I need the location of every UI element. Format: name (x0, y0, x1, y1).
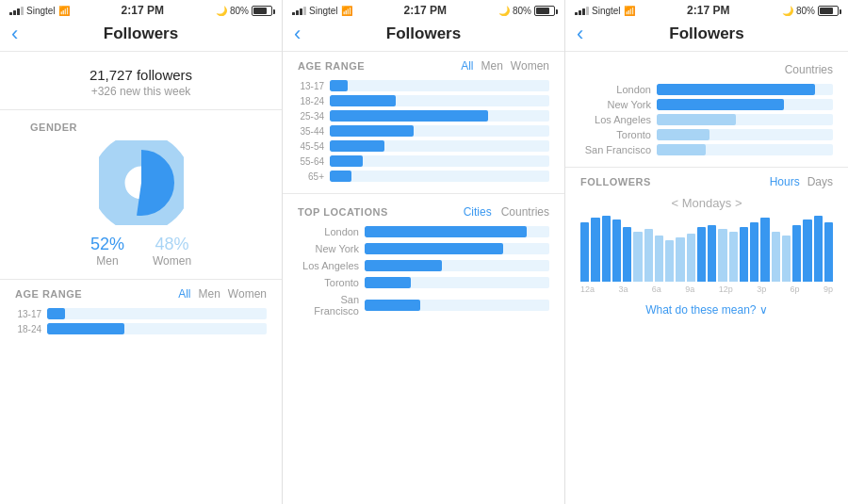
bar-row: 18-24 (15, 323, 267, 334)
age-range-header-2: AGE RANGE All Men Women (298, 59, 549, 73)
bar-fill (330, 95, 396, 106)
back-button-2[interactable]: ‹ (294, 24, 301, 44)
nav-title-2: Followers (386, 24, 461, 43)
followers-hours-header: FOLLOWERS Hours Days (565, 167, 848, 192)
carrier-1: Singtel (26, 6, 56, 16)
age-range-header-1: AGE RANGE All Men Women (15, 287, 267, 301)
battery-pct-2: 80% (513, 6, 531, 16)
histogram-bar (612, 219, 621, 282)
bar-row: 13-17 (15, 308, 267, 319)
status-bar-1: Singtel 📶 2:17 PM 🌙 80% (0, 0, 282, 21)
bar-track (330, 110, 549, 122)
histogram-bar (750, 222, 758, 282)
tab-countries[interactable]: Countries (501, 205, 549, 219)
location-label: London (298, 226, 359, 237)
histogram-bar (792, 225, 801, 282)
city-name-label: New York (580, 99, 651, 110)
filter-men-2[interactable]: Men (481, 59, 503, 73)
filter-men-1[interactable]: Men (199, 287, 220, 301)
bar-label: 25-34 (298, 111, 324, 122)
bar-label: 55-64 (298, 156, 324, 167)
location-bar-fill (365, 300, 420, 311)
histogram-bar (687, 234, 695, 282)
gender-section: GENDER 52% Men 48% (0, 110, 282, 280)
tab-hours[interactable]: Hours (770, 175, 800, 188)
city-bars-3: London New York Los Angeles Toronto San … (580, 84, 833, 155)
status-left-2: Singtel 📶 (292, 6, 352, 16)
time-label: 9a (685, 285, 694, 294)
bar-label: 13-17 (298, 81, 324, 91)
time-label: 6a (652, 285, 661, 294)
bar-row: 13-17 (298, 80, 549, 91)
city-name-label: San Francisco (580, 144, 651, 155)
city-bar-fill (657, 144, 706, 155)
city-bar-row: Los Angeles (580, 114, 833, 125)
histogram-bar (697, 227, 706, 282)
location-bar-fill (365, 243, 503, 254)
followers-summary: 21,727 followers +326 new this week (0, 52, 282, 110)
location-tabs: Cities Countries (464, 205, 549, 219)
bar-label: 13-17 (15, 309, 41, 319)
tab-days[interactable]: Days (807, 175, 833, 188)
age-range-label-1: AGE RANGE (15, 288, 82, 300)
location-row: London (298, 226, 549, 237)
histogram-bar (655, 236, 663, 282)
gender-label: GENDER (15, 110, 267, 140)
bar-track (330, 95, 549, 106)
bar-track (47, 308, 267, 319)
histogram-bar (580, 222, 589, 282)
histogram-bar (644, 229, 653, 282)
location-bar-track (365, 243, 549, 254)
location-label: Toronto (298, 277, 359, 288)
back-button-1[interactable]: ‹ (11, 24, 18, 44)
status-left-1: Singtel 📶 (9, 6, 70, 16)
time-1: 2:17 PM (122, 4, 164, 17)
tab-countries-p3[interactable]: Countries (785, 63, 833, 76)
histogram-bar (760, 218, 769, 282)
tab-cities[interactable]: Cities (464, 205, 492, 219)
moon-icon-3: 🌙 (782, 6, 793, 16)
women-pct: 48% (153, 235, 191, 254)
city-bar-row: London (580, 84, 833, 95)
top-locations-header: TOP LOCATIONS Cities Countries (283, 193, 564, 226)
panel-1-content: 21,727 followers +326 new this week GEND… (0, 52, 282, 504)
pie-chart (99, 140, 184, 225)
battery-icon-2 (534, 6, 555, 16)
filter-all-1[interactable]: All (178, 287, 190, 301)
histogram-bar (708, 225, 716, 282)
filter-all-2[interactable]: All (461, 59, 473, 73)
time-3: 2:17 PM (687, 4, 729, 17)
location-row: San Francisco (298, 294, 549, 317)
svg-point-1 (124, 167, 157, 200)
city-name-label: Toronto (580, 129, 651, 140)
time-tabs: Hours Days (770, 175, 833, 188)
bar-label: 65+ (298, 171, 324, 182)
histogram-bar (803, 219, 811, 282)
carrier-2: Singtel (309, 6, 338, 16)
bar-fill (330, 125, 414, 137)
age-range-section-1: AGE RANGE All Men Women 13-17 18-24 (0, 280, 282, 346)
cities-top-section: Countries London New York Los Angeles To… (565, 52, 848, 167)
histogram-bar (633, 232, 642, 282)
bar-row: 18-24 (298, 95, 549, 106)
gender-men: 52% Men (90, 235, 124, 268)
location-bar-fill (365, 226, 527, 237)
nav-header-3: ‹ Followers (565, 21, 848, 52)
what-mean-link[interactable]: What do these mean? ∨ (565, 300, 848, 324)
city-bar-row: Toronto (580, 129, 833, 140)
filter-women-2[interactable]: Women (511, 59, 549, 73)
histogram (565, 216, 848, 282)
bar-track (330, 140, 549, 152)
bar-fill (47, 323, 124, 334)
location-bar-fill (365, 277, 411, 288)
bar-fill (330, 110, 488, 122)
filter-women-1[interactable]: Women (228, 287, 267, 301)
mondays-label: < Mondays > (565, 192, 848, 216)
histogram-bar (602, 216, 611, 282)
city-bar-row: San Francisco (580, 144, 833, 155)
moon-icon-1: 🌙 (216, 6, 227, 16)
age-bars-2: 13-17 18-24 25-34 35-44 45-54 (298, 80, 549, 182)
city-name-label: Los Angeles (580, 114, 651, 125)
age-filter-tabs-1: All Men Women (178, 287, 267, 301)
back-button-3[interactable]: ‹ (577, 24, 583, 44)
